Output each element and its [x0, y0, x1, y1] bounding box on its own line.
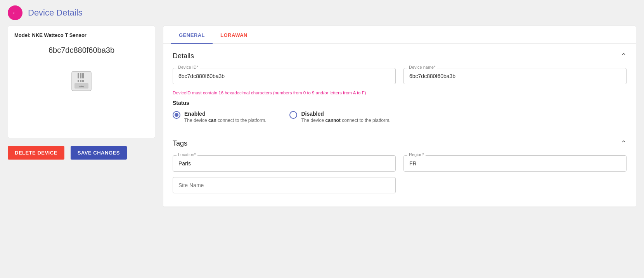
tab-lorawan[interactable]: LORAWAN — [213, 26, 255, 44]
device-model: Model: NKE Watteco T Sensor — [14, 32, 149, 38]
svg-rect-6 — [78, 80, 79, 82]
device-id-display: 6bc7dc880f60ba3b — [48, 46, 114, 55]
location-label: Location* — [177, 152, 197, 157]
device-id-row: Device ID* Device name* — [173, 68, 627, 84]
status-enabled-option[interactable]: Enabled The device can connect to the pl… — [173, 111, 266, 123]
details-title: Details — [173, 52, 194, 60]
disabled-description: The device cannot connect to the platfor… — [301, 118, 390, 123]
device-name-input[interactable] — [403, 68, 627, 84]
tags-title: Tags — [173, 139, 187, 148]
site-name-row — [173, 177, 627, 193]
svg-rect-8 — [82, 80, 84, 82]
disabled-label: Disabled — [301, 111, 324, 117]
tags-collapse-button[interactable]: ⌃ — [621, 139, 627, 148]
tags-section: Tags ⌃ Location* Region* — [163, 131, 636, 207]
main-layout: Model: NKE Watteco T Sensor 6bc7dc880f60… — [0, 26, 644, 215]
enabled-radio[interactable] — [173, 111, 180, 119]
left-panel: Model: NKE Watteco T Sensor 6bc7dc880f60… — [8, 26, 155, 160]
status-label: Status — [173, 100, 627, 106]
site-name-input[interactable] — [173, 177, 396, 193]
status-options: Enabled The device can connect to the pl… — [173, 111, 627, 123]
back-icon: ← — [12, 9, 19, 17]
location-input[interactable] — [173, 155, 396, 172]
device-id-input[interactable] — [173, 68, 396, 84]
device-name-label: Device name* — [407, 65, 437, 70]
device-image: nke — [62, 63, 101, 97]
enabled-label: Enabled — [184, 111, 205, 117]
svg-rect-2 — [80, 73, 81, 78]
model-prefix: Model: — [14, 32, 31, 38]
device-id-field: Device ID* — [173, 68, 396, 84]
device-card: Model: NKE Watteco T Sensor 6bc7dc880f60… — [8, 26, 155, 138]
region-label: Region* — [407, 152, 426, 157]
page-title: Device Details — [28, 8, 83, 18]
sensor-icon: nke — [66, 64, 97, 96]
svg-rect-7 — [80, 80, 81, 82]
tags-section-header: Tags ⌃ — [173, 139, 627, 148]
action-buttons: DELETE DEVICE SAVE CHANGES — [8, 146, 155, 160]
device-id-hint: DeviceID must contain 16 hexadecimal cha… — [173, 90, 627, 96]
tab-general[interactable]: GENERAL — [171, 26, 213, 44]
enabled-text: Enabled The device can connect to the pl… — [184, 111, 266, 123]
disabled-radio[interactable] — [289, 111, 297, 119]
tabs-bar: GENERAL LORAWAN — [163, 26, 636, 44]
model-name: NKE Watteco T Sensor — [32, 32, 87, 38]
details-section: Details ⌃ Device ID* Device name* Device… — [163, 44, 636, 131]
region-field: Region* — [403, 155, 627, 172]
page-header: ← Device Details — [0, 0, 644, 26]
svg-text:nke: nke — [79, 85, 84, 88]
site-name-field — [173, 177, 396, 193]
enabled-description: The device can connect to the platform. — [184, 118, 266, 123]
location-field: Location* — [173, 155, 396, 172]
save-changes-button[interactable]: SAVE CHANGES — [71, 146, 127, 160]
delete-device-button[interactable]: DELETE DEVICE — [8, 146, 64, 160]
device-id-label: Device ID* — [177, 65, 200, 70]
svg-rect-1 — [78, 73, 79, 78]
region-input[interactable] — [403, 155, 627, 172]
disabled-text: Disabled The device cannot connect to th… — [301, 111, 390, 123]
details-section-header: Details ⌃ — [173, 52, 627, 60]
back-button[interactable]: ← — [8, 5, 23, 20]
details-collapse-button[interactable]: ⌃ — [621, 52, 627, 60]
right-panel: GENERAL LORAWAN Details ⌃ Device ID* Dev… — [163, 26, 636, 207]
status-disabled-option[interactable]: Disabled The device cannot connect to th… — [289, 111, 390, 123]
location-region-row: Location* Region* — [173, 155, 627, 172]
device-name-field: Device name* — [403, 68, 627, 84]
svg-rect-3 — [82, 73, 84, 78]
